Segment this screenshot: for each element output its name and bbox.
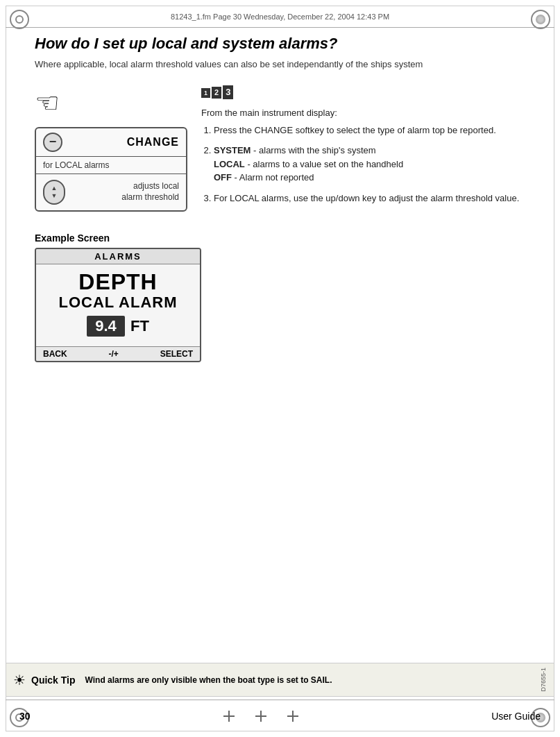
arrow-up-icon: ▲ xyxy=(51,185,58,192)
finger-icon-area: ☞ xyxy=(35,85,187,120)
adjust-label: adjusts localalarm threshold xyxy=(72,181,179,203)
main-area: ☞ − CHANGE for LOCAL alarms ▲ ▼ xyxy=(35,85,525,212)
footer-center-marks xyxy=(223,711,298,722)
page-title: How do I set up local and system alarms? xyxy=(35,35,525,53)
left-column: ☞ − CHANGE for LOCAL alarms ▲ ▼ xyxy=(35,85,187,212)
footer-page-number: 30 xyxy=(19,711,31,722)
footer-guide-text: User Guide xyxy=(491,711,541,722)
local-bold: LOCAL xyxy=(214,159,245,169)
screen-top-bar: ALARMS xyxy=(36,249,200,264)
corner-circle-tr xyxy=(531,10,550,29)
screen-value-box: 9.4 xyxy=(87,316,125,337)
footer-cross-left xyxy=(223,711,235,722)
d-code: D7655-1 xyxy=(540,668,547,692)
steps-list: Press the CHANGE softkey to select the t… xyxy=(201,124,525,205)
off-bold: OFF xyxy=(214,172,232,183)
header-text: 81243_1.fm Page 30 Wednesday, December 2… xyxy=(171,12,389,21)
example-screen-section: Example Screen ALARMS DEPTH LOCAL ALARM … xyxy=(35,232,525,362)
arrow-down-icon: ▼ xyxy=(51,193,58,199)
device-diagram: − CHANGE for LOCAL alarms ▲ ▼ adjusts lo… xyxy=(35,127,187,212)
screen-main: DEPTH LOCAL ALARM 9.4 FT xyxy=(36,264,200,346)
minus-button: − xyxy=(43,133,62,152)
screen-select-btn[interactable]: SELECT xyxy=(160,349,193,359)
step-icon-3: 3 xyxy=(223,85,233,99)
device-top-row: − CHANGE xyxy=(36,128,186,157)
screen-unit: FT xyxy=(130,317,149,335)
corner-circle-inner-tl xyxy=(15,15,24,24)
steps-intro: From the main instrument display: xyxy=(201,108,525,118)
corner-circle-tl xyxy=(10,10,29,29)
screen-value-row: 9.4 FT xyxy=(46,316,190,337)
step-1: Press the CHANGE softkey to select the t… xyxy=(214,124,525,137)
main-content: How do I set up local and system alarms?… xyxy=(35,35,525,695)
step-2: SYSTEM - alarms with the ship's system L… xyxy=(214,144,525,185)
system-bold: SYSTEM xyxy=(214,145,251,155)
footer-cross-center xyxy=(255,711,266,722)
device-bottom-row: ▲ ▼ adjusts localalarm threshold xyxy=(36,174,186,210)
quick-tip-text: Wind alarms are only visible when the bo… xyxy=(85,675,534,685)
corner-inner-tr xyxy=(536,15,545,24)
change-label: CHANGE xyxy=(69,136,179,149)
example-screen-label: Example Screen xyxy=(35,232,525,244)
step-icon-2: 2 xyxy=(212,87,221,99)
header-bar: 81243_1.fm Page 30 Wednesday, December 2… xyxy=(6,6,554,28)
local-alarms-label: for LOCAL alarms xyxy=(36,157,186,174)
quick-tip-bar: ☀ Quick Tip Wind alarms are only visible… xyxy=(6,663,554,697)
example-screen: ALARMS DEPTH LOCAL ALARM 9.4 FT BACK -/+… xyxy=(35,248,201,362)
up-down-button: ▲ ▼ xyxy=(43,180,65,205)
page-subtitle: Where applicable, local alarm threshold … xyxy=(35,58,525,71)
screen-back-btn[interactable]: BACK xyxy=(43,349,67,359)
lightbulb-icon: ☀ xyxy=(13,672,26,688)
steps-icon: 1 2 3 xyxy=(201,85,525,99)
screen-alarm-text: LOCAL ALARM xyxy=(46,294,190,311)
footer-cross-right xyxy=(287,711,298,722)
screen-bottom-bar: BACK -/+ SELECT xyxy=(36,346,200,361)
finger-icon: ☞ xyxy=(35,87,60,119)
screen-depth-text: DEPTH xyxy=(46,270,190,294)
quick-tip-label: Quick Tip xyxy=(31,675,76,686)
footer-bar: 30 User Guide xyxy=(6,700,554,731)
screen-mid-btn[interactable]: -/+ xyxy=(108,349,118,359)
step-icon-1: 1 xyxy=(201,88,210,99)
corner-mark-tr xyxy=(531,10,550,29)
corner-mark-tl xyxy=(10,10,29,29)
right-column: 1 2 3 From the main instrument display: … xyxy=(201,85,525,212)
step-3: For LOCAL alarms, use the up/down key to… xyxy=(214,192,525,205)
